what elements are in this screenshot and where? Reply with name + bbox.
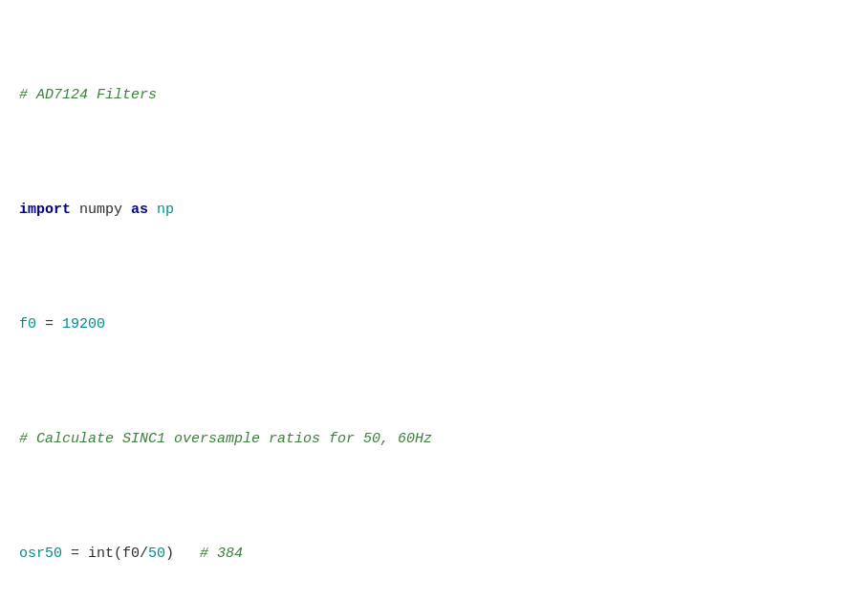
var-osr50: osr50	[19, 546, 62, 562]
line-1: # AD7124 Filters	[19, 84, 849, 107]
text-eq2: = int(f0/	[62, 546, 148, 562]
text-np: np	[148, 202, 174, 218]
text-numpy: numpy	[71, 202, 131, 218]
line-4: # Calculate SINC1 oversample ratios for …	[19, 428, 849, 451]
code-block: # AD7124 Filters import numpy as np f0 =…	[19, 15, 849, 600]
val-50: 50	[148, 546, 165, 562]
var-f0: f0	[19, 316, 36, 332]
inline-comment-384: # 384	[200, 546, 243, 562]
val-19200: 19200	[62, 316, 105, 332]
line-3: f0 = 19200	[19, 313, 849, 336]
comment-2: # Calculate SINC1 oversample ratios for …	[19, 431, 432, 447]
text-paren1: )	[165, 546, 200, 562]
text-equals-1: =	[36, 316, 62, 332]
line-5: osr50 = int(f0/50) # 384	[19, 543, 849, 566]
comment-1: # AD7124 Filters	[19, 87, 157, 103]
keyword-import: import	[19, 202, 71, 218]
keyword-as: as	[131, 202, 148, 218]
line-2: import numpy as np	[19, 199, 849, 222]
